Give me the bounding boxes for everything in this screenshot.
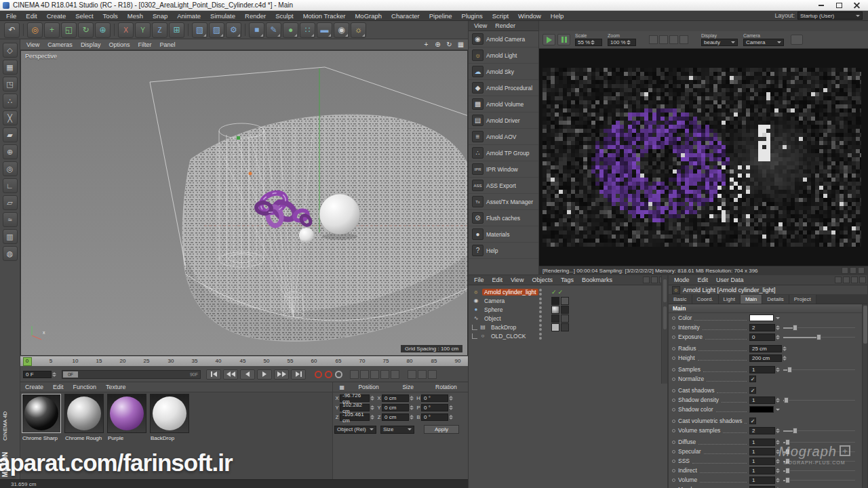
intensity-slider[interactable]: [783, 324, 856, 331]
tab-coord[interactable]: Coord.: [692, 295, 719, 304]
anim-dot[interactable]: [672, 368, 675, 371]
texture-mode-button[interactable]: ◳: [3, 77, 18, 92]
anim-dot[interactable]: [672, 336, 675, 339]
shadow-color-swatch[interactable]: [749, 406, 774, 413]
stepper[interactable]: [449, 415, 453, 420]
menu-mograph[interactable]: MoGraph: [350, 12, 387, 20]
coordinate-system-button[interactable]: ⊞: [169, 22, 184, 38]
viewport-zoom-icon[interactable]: ⊕: [433, 40, 443, 49]
indirect-field[interactable]: 1: [749, 467, 775, 474]
object-row-backdrop[interactable]: ▤ BackDrop: [469, 323, 667, 331]
stepper[interactable]: [776, 478, 780, 483]
anim-dot[interactable]: [672, 347, 675, 350]
tag-icon[interactable]: [551, 314, 559, 323]
visibility-dots[interactable]: [539, 298, 542, 304]
menu-plugins[interactable]: Plugins: [457, 12, 488, 20]
tab-main[interactable]: Main: [741, 295, 762, 304]
spline-pen-button[interactable]: ✎: [266, 22, 281, 38]
stepper[interactable]: [449, 396, 453, 401]
attr-up-icon[interactable]: [843, 277, 850, 283]
stepper[interactable]: [776, 398, 780, 403]
object-row-object[interactable]: ∿ Object: [469, 314, 667, 323]
mat-menu-edit[interactable]: Edit: [48, 384, 68, 390]
stepper[interactable]: [370, 405, 374, 410]
stepper[interactable]: [776, 428, 780, 433]
display-select[interactable]: beauty: [701, 39, 738, 46]
undo-button[interactable]: ↶: [4, 22, 20, 38]
mograph-button[interactable]: ∷: [300, 22, 315, 38]
render-settings-button[interactable]: ⚙: [226, 22, 241, 38]
apply-button[interactable]: Apply: [424, 425, 459, 434]
edges-mode-button[interactable]: ╳: [3, 110, 18, 125]
rotation-h-field[interactable]: 0 °: [421, 394, 448, 402]
position-z-field[interactable]: -105.461 cm: [340, 413, 370, 421]
material-name[interactable]: Purple: [108, 435, 123, 441]
snap-button[interactable]: ∟: [3, 178, 18, 193]
render-view-button[interactable]: ▧: [192, 22, 208, 38]
menu-animate[interactable]: Animate: [172, 12, 205, 20]
camera-lock-button[interactable]: [791, 35, 803, 45]
panel-tab-strip[interactable]: [661, 275, 667, 384]
object-row-camera[interactable]: ◉ Camera: [469, 296, 667, 305]
arnold-item-ipr-window[interactable]: IPRIPR Window: [469, 161, 538, 178]
record-parameter-toggle[interactable]: [380, 370, 389, 379]
size-z-field[interactable]: 0 cm: [382, 413, 409, 421]
max-bounces-field[interactable]: 999: [749, 486, 775, 488]
stepper[interactable]: [410, 405, 414, 410]
normalize-checkbox[interactable]: ✓: [749, 375, 756, 382]
visibility-dots[interactable]: [539, 289, 542, 296]
anim-dot[interactable]: [672, 408, 675, 411]
playback-options-button[interactable]: [408, 370, 416, 379]
material-name[interactable]: BackDrop: [151, 435, 174, 441]
menu-sculpt[interactable]: Sculpt: [271, 12, 298, 20]
arnold-item-sky[interactable]: ☁Arnold Sky: [469, 64, 538, 80]
size-mode-select[interactable]: Size: [380, 426, 414, 434]
stepper[interactable]: [776, 335, 780, 340]
goto-end-button[interactable]: [291, 369, 306, 380]
previous-frame-button[interactable]: [240, 369, 255, 380]
model-mode-button[interactable]: ▦: [3, 60, 18, 75]
menu-simulate[interactable]: Simulate: [205, 12, 240, 20]
menu-mesh[interactable]: Mesh: [123, 12, 148, 20]
samples-field[interactable]: 1: [749, 366, 775, 373]
render-picture-viewer-button[interactable]: ▨: [209, 22, 224, 38]
cast-volumetric-shadows-checkbox[interactable]: ✓: [749, 418, 756, 424]
material-chrome-sharp[interactable]: [22, 394, 61, 433]
om-menu-bookmarks[interactable]: Bookmarks: [578, 277, 616, 283]
current-frame-field[interactable]: 0 F: [23, 371, 52, 378]
cast-shadows-checkbox[interactable]: ✓: [749, 387, 756, 394]
anim-dot[interactable]: [672, 469, 675, 472]
anim-dot[interactable]: [672, 326, 675, 329]
viewport-toggle-icon[interactable]: ▦: [456, 40, 466, 49]
arnold-item-driver[interactable]: ▤Arnold Driver: [469, 113, 538, 129]
arnold-item-procedural[interactable]: ◆Arnold Procedural: [469, 80, 538, 96]
layout-select[interactable]: Startup (User): [797, 12, 863, 20]
tab-basic[interactable]: Basic: [669, 295, 692, 304]
object-name[interactable]: Object: [482, 315, 503, 322]
object-row-arnold-cylinder-light[interactable]: ☼ Arnold cylinder_light ✓✓: [469, 287, 667, 296]
ipr-region-button[interactable]: [649, 35, 658, 44]
arnold-item-ass-export[interactable]: ASSASS Export: [469, 178, 538, 194]
menu-create[interactable]: Create: [42, 12, 71, 20]
menu-window[interactable]: Window: [513, 12, 546, 20]
close-icon[interactable]: [848, 1, 865, 9]
tab-details[interactable]: Details: [762, 295, 789, 304]
range-start-handle[interactable]: 0F: [63, 371, 78, 378]
intensity-field[interactable]: 2: [749, 324, 775, 331]
primitive-cube-button[interactable]: ■: [249, 22, 264, 38]
attr-search-icon[interactable]: [851, 277, 858, 283]
timeline-ruler[interactable]: 0 5 10 15 20 25 30 35 40 45 50 55 60 65 …: [20, 356, 468, 367]
enable-axis-button[interactable]: ⊕: [3, 144, 18, 159]
object-name[interactable]: Arnold cylinder_light: [482, 289, 538, 296]
vp-menu-panel[interactable]: Panel: [155, 41, 179, 48]
frame-range-slider[interactable]: 0F 90F: [62, 370, 201, 379]
anim-dot[interactable]: [672, 389, 675, 392]
previous-key-button[interactable]: [223, 369, 238, 380]
axis-handle[interactable]: [249, 172, 252, 176]
om-menu-edit[interactable]: Edit: [488, 277, 507, 283]
anim-dot[interactable]: [672, 479, 675, 482]
record-rotation-toggle[interactable]: [370, 370, 379, 379]
ipr-status-icon[interactable]: [842, 267, 848, 274]
anim-dot[interactable]: [672, 399, 675, 402]
position-x-field[interactable]: -96.726 cm: [340, 394, 370, 402]
